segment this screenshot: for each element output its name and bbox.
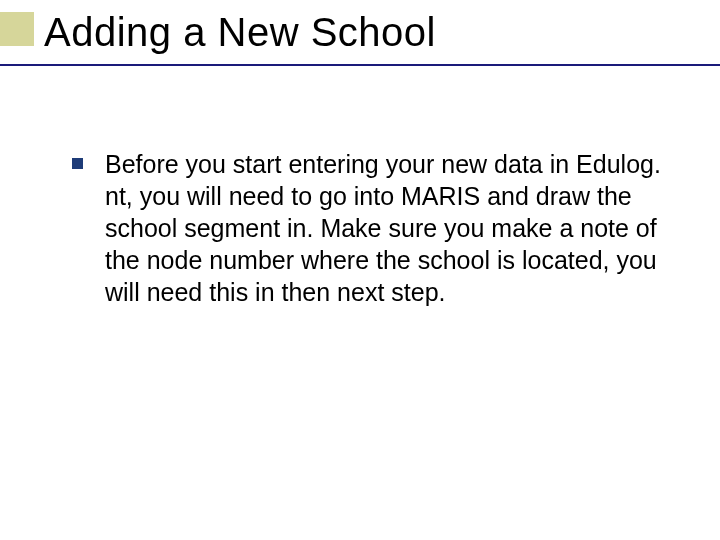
square-bullet-icon bbox=[72, 158, 83, 169]
bullet-text: Before you start entering your new data … bbox=[105, 148, 665, 308]
list-item: Before you start entering your new data … bbox=[72, 148, 680, 308]
slide: Adding a New School Before you start ent… bbox=[0, 0, 720, 540]
slide-title: Adding a New School bbox=[44, 10, 436, 54]
title-underline bbox=[0, 64, 720, 66]
slide-body: Before you start entering your new data … bbox=[72, 148, 680, 308]
title-accent-block bbox=[0, 12, 34, 46]
